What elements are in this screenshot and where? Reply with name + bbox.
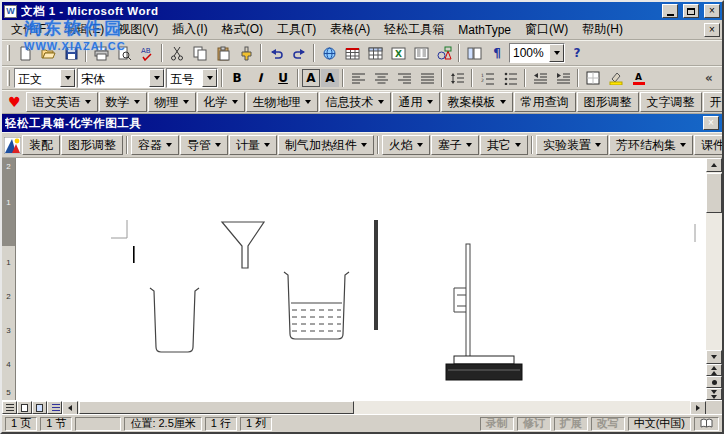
subject-text-adjust[interactable]: 文字调整	[640, 92, 702, 112]
spelling-button[interactable]: AB	[136, 42, 158, 64]
toolbox-aromatic-rings[interactable]: 芳环结构集	[609, 135, 693, 155]
menu-format[interactable]: 格式(O)	[215, 19, 270, 40]
minimize-button[interactable]	[662, 4, 678, 18]
undo-button[interactable]	[265, 42, 287, 64]
status-spellcheck[interactable]	[694, 417, 719, 431]
subject-math[interactable]: 数学	[99, 92, 147, 112]
menu-edit[interactable]: 编辑(E)	[57, 19, 111, 40]
funnel-drawing[interactable]	[222, 222, 264, 268]
subject-graphic-adjust[interactable]: 图形调整	[577, 92, 639, 112]
print-preview-button[interactable]	[113, 42, 135, 64]
maximize-button[interactable]	[683, 4, 699, 18]
italic-button[interactable]: I	[249, 67, 271, 89]
tables-and-borders-button[interactable]	[341, 42, 363, 64]
menu-insert[interactable]: 插入(I)	[165, 19, 214, 40]
scroll-left-button[interactable]	[62, 401, 78, 415]
insert-table-button[interactable]	[364, 42, 386, 64]
toolbox-on-button[interactable]: 开	[703, 92, 724, 112]
menu-mathtype[interactable]: MathType	[451, 21, 518, 39]
toolbar-overflow-button[interactable]: «	[698, 67, 720, 89]
toolbox-tubes[interactable]: 导管	[180, 135, 228, 155]
toolbox-stoppers[interactable]: 塞子	[431, 135, 479, 155]
scroll-right-button[interactable]	[690, 401, 706, 415]
close-document-button[interactable]: ×	[704, 23, 720, 37]
toolbox-close-button[interactable]: ×	[703, 116, 719, 130]
menu-tools[interactable]: 工具(T)	[270, 19, 323, 40]
status-track-changes-mode[interactable]: 修订	[517, 417, 551, 431]
toolbox-courseware[interactable]: 课件素材库	[694, 135, 724, 155]
subject-physics[interactable]: 物理	[148, 92, 196, 112]
vertical-scroll-thumb[interactable]	[706, 173, 722, 213]
align-left-button[interactable]	[347, 67, 369, 89]
new-document-button[interactable]	[14, 42, 36, 64]
insert-hyperlink-button[interactable]	[318, 42, 340, 64]
insert-excel-button[interactable]: X	[387, 42, 409, 64]
toolbox-apparatus[interactable]: 实验装置	[536, 135, 608, 155]
outline-view-button[interactable]	[47, 401, 62, 414]
status-record-mode[interactable]: 录制	[480, 417, 514, 431]
subject-general[interactable]: 通用	[392, 92, 440, 112]
status-extend-mode[interactable]: 扩展	[554, 417, 588, 431]
cut-button[interactable]	[166, 42, 188, 64]
document-map-button[interactable]	[463, 42, 485, 64]
menu-easy-toolbox[interactable]: 轻松工具箱	[377, 19, 451, 40]
align-center-button[interactable]	[370, 67, 392, 89]
horizontal-scroll-track[interactable]	[78, 401, 690, 414]
vertical-ruler[interactable]: 2 1 1 2 3 4 5	[2, 158, 16, 400]
zoom-dropdown-button[interactable]	[549, 44, 564, 62]
toolbox-flame[interactable]: 火焰	[382, 135, 430, 155]
toolbox-measuring[interactable]: 计量	[229, 135, 277, 155]
toolbox-assemble[interactable]: 装配	[22, 135, 60, 155]
align-justify-button[interactable]	[416, 67, 438, 89]
menu-file[interactable]: 文件(F)	[4, 19, 57, 40]
style-select[interactable]: 正文	[14, 68, 76, 88]
menu-view[interactable]: 视图(V)	[111, 19, 165, 40]
style-dropdown-button[interactable]	[60, 69, 75, 87]
font-dropdown-button[interactable]	[149, 69, 164, 87]
copy-button[interactable]	[189, 42, 211, 64]
normal-view-button[interactable]	[2, 401, 17, 414]
toolbox-others[interactable]: 其它	[480, 135, 528, 155]
drawing-button[interactable]	[433, 42, 455, 64]
character-shading-button[interactable]: A	[321, 69, 339, 87]
menu-table[interactable]: 表格(A)	[323, 19, 377, 40]
empty-beaker-drawing[interactable]	[150, 288, 199, 352]
underline-button[interactable]: U	[272, 67, 294, 89]
font-color-button[interactable]: A	[628, 67, 650, 89]
iron-stand-drawing[interactable]	[446, 244, 522, 380]
status-overtype-mode[interactable]: 改写	[591, 417, 625, 431]
glass-rod-drawing[interactable]	[374, 220, 378, 330]
previous-page-button[interactable]	[706, 364, 722, 376]
toolbox-title-bar[interactable]: 轻松工具箱-化学作图工具 ×	[2, 114, 722, 132]
font-size-dropdown-button[interactable]	[202, 69, 217, 87]
subject-biology-geography[interactable]: 生物地理	[246, 92, 318, 112]
format-painter-button[interactable]	[235, 42, 257, 64]
toolbar-grip[interactable]	[7, 45, 10, 61]
highlight-button[interactable]	[605, 67, 627, 89]
menu-window[interactable]: 窗口(W)	[518, 19, 575, 40]
redo-button[interactable]	[288, 42, 310, 64]
bullets-button[interactable]	[499, 67, 521, 89]
close-button[interactable]: ×	[704, 4, 720, 18]
line-spacing-button[interactable]	[446, 67, 468, 89]
columns-button[interactable]	[410, 42, 432, 64]
outside-border-button[interactable]	[582, 67, 604, 89]
bold-button[interactable]: B	[226, 67, 248, 89]
menu-help[interactable]: 帮助(H)	[575, 19, 630, 40]
toolbar-grip[interactable]	[7, 70, 10, 86]
document-page[interactable]	[16, 158, 706, 400]
toolbox-containers[interactable]: 容器	[131, 135, 179, 155]
paste-button[interactable]	[212, 42, 234, 64]
align-right-button[interactable]	[393, 67, 415, 89]
select-browse-object-button[interactable]	[706, 376, 722, 388]
next-page-button[interactable]	[706, 388, 722, 400]
subject-lesson-templates[interactable]: 教案模板	[441, 92, 513, 112]
horizontal-scroll-thumb[interactable]	[79, 401, 354, 414]
print-layout-view-button[interactable]	[32, 401, 47, 414]
font-select[interactable]: 宋体	[77, 68, 165, 88]
decrease-indent-button[interactable]	[529, 67, 551, 89]
save-button[interactable]	[60, 42, 82, 64]
scroll-down-button[interactable]	[706, 350, 722, 364]
subject-chinese-english[interactable]: 语文英语	[26, 92, 98, 112]
increase-indent-button[interactable]	[552, 67, 574, 89]
